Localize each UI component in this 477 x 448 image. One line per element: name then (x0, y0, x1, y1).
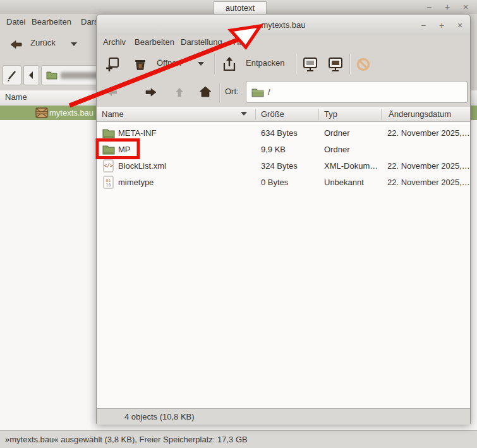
bg-window-controls: − + × (425, 0, 469, 14)
cell-date: 22. November 2025,… (387, 161, 470, 171)
cell-type: Unbekannt (324, 178, 364, 187)
stop-icon (356, 57, 371, 72)
cell-date: 22. November 2025,… (387, 128, 470, 138)
table-row[interactable]: 01 10 mimetype 0 Bytes Unbekannt 22. Nov… (97, 174, 470, 191)
svg-text:10: 10 (106, 183, 111, 188)
column-separator[interactable] (318, 109, 319, 120)
archive-file-list[interactable]: META-INF 634 Bytes Ordner 22. November 2… (97, 122, 470, 408)
location-value: / (268, 87, 270, 97)
back-button[interactable]: Zurück (30, 38, 56, 47)
edit-location-button[interactable] (3, 65, 21, 85)
binary-file-icon: 01 10 (103, 176, 114, 189)
column-name[interactable]: Name (102, 109, 124, 119)
cell-name: mimetype (118, 178, 154, 187)
column-type[interactable]: Typ (324, 109, 337, 119)
archive-window-controls: − + × (420, 18, 464, 32)
table-row[interactable]: </> BlockList.xml 324 Bytes XML-Dokum… 2… (97, 158, 470, 174)
column-date[interactable]: Änderungsdatum (389, 109, 451, 119)
folder-icon (102, 128, 115, 138)
toolbar-separator (214, 54, 215, 75)
archive-titlebar[interactable]: mytexts.bau − + × (97, 15, 470, 35)
archive-menubar: Archiv Bearbeiten Darstellung Hilfe (97, 35, 470, 51)
cell-size: 634 Bytes (261, 128, 298, 138)
archive-toolbar: Öffnen Entpacken (97, 51, 470, 78)
maximize-button[interactable]: + (438, 20, 445, 30)
table-row[interactable]: META-INF 634 Bytes Ordner 22. November 2… (97, 125, 470, 142)
sort-descending-icon[interactable] (241, 112, 247, 116)
nav-forward-icon[interactable] (145, 87, 157, 99)
column-separator[interactable] (255, 109, 256, 120)
nav-back-icon (106, 87, 118, 99)
view-all-files-button[interactable] (301, 56, 319, 75)
toolbar-separator (296, 54, 297, 75)
table-row[interactable]: MP 9,9 KB Ordner (97, 142, 470, 158)
stop-button (356, 57, 371, 74)
archive-status-text: 4 objects (10,8 KB) (124, 412, 195, 421)
archive-title: mytexts.bau (261, 20, 305, 30)
minimize-button[interactable]: − (420, 20, 427, 30)
bg-window-title: autotext (214, 1, 267, 15)
cell-size: 0 Bytes (261, 178, 288, 187)
archive-window: mytexts.bau − + × Archiv Bearbeiten Dars… (96, 14, 471, 424)
xml-file-icon: </> (103, 159, 114, 173)
back-arrow-icon[interactable] (10, 40, 23, 51)
archive-list-header: Name Größe Typ Änderungsdatum (97, 107, 470, 122)
view-as-folder-icon (327, 56, 344, 73)
extract-button[interactable]: Entpacken (246, 58, 284, 68)
delete-icon (133, 56, 149, 73)
cell-size: 9,9 KB (261, 145, 286, 154)
extract-icon (220, 56, 238, 73)
nav-up-icon (174, 87, 185, 100)
menu-hilfe[interactable]: Hilfe (233, 37, 250, 47)
menu-bearbeiten[interactable]: Bearbeiten (32, 17, 71, 27)
pencil-icon (3, 66, 21, 85)
maximize-button[interactable]: + (444, 2, 451, 12)
bg-column-name[interactable]: Name (5, 92, 27, 102)
column-separator[interactable] (381, 109, 382, 120)
cell-name: MP (118, 145, 131, 154)
cell-name: META-INF (118, 128, 156, 138)
toolbar-separator (349, 54, 351, 75)
cell-size: 324 Bytes (261, 161, 298, 171)
svg-text:</>: </> (104, 163, 113, 169)
view-as-folder-button[interactable] (327, 56, 344, 75)
selected-file-name: mytexts.bau (49, 108, 94, 118)
bg-window-title-label: autotext (226, 3, 255, 13)
home-folder-icon (46, 70, 57, 80)
archive-file-icon (35, 107, 49, 119)
bg-status-text: »mytexts.bau« ausgewählt (3,8 KB), Freie… (5, 435, 248, 444)
collapse-path-button[interactable] (23, 65, 39, 85)
menu-darstellung[interactable]: Darstellung (181, 37, 222, 47)
open-dropdown-caret-icon[interactable] (198, 62, 204, 66)
chevron-left-icon (24, 66, 39, 85)
archive-navbar: Ort: / (97, 78, 470, 107)
menu-bearbeiten[interactable]: Bearbeiten (135, 37, 174, 47)
column-size[interactable]: Größe (261, 109, 284, 119)
location-label: Ort: (225, 87, 239, 96)
extract-icon-wrap[interactable] (220, 56, 238, 75)
cell-type: Ordner (324, 145, 349, 154)
location-input[interactable]: / (246, 81, 468, 103)
archive-statusbar: 4 objects (10,8 KB) (97, 408, 470, 425)
menu-datei[interactable]: Datei (6, 17, 25, 27)
cell-type: XML-Dokum… (324, 161, 378, 171)
delete-button[interactable] (133, 56, 149, 75)
cell-name: BlockList.xml (118, 161, 166, 171)
minimize-button[interactable]: − (425, 2, 433, 12)
menu-archiv[interactable]: Archiv (103, 37, 126, 47)
back-history-caret-icon[interactable] (71, 42, 77, 46)
screenshot-root: − + × autotext Datei Bearbeiten Darstell… (0, 0, 477, 448)
view-all-files-icon (301, 56, 319, 73)
folder-icon (102, 144, 115, 155)
close-button[interactable]: × (456, 20, 464, 30)
close-button[interactable]: × (462, 2, 469, 12)
cell-date: 22. November 2025,… (387, 178, 470, 187)
nav-separator (219, 83, 220, 102)
nav-home-icon[interactable] (198, 85, 212, 100)
current-folder-icon (251, 87, 264, 97)
bg-statusbar: »mytexts.bau« ausgewählt (3,8 KB), Freie… (0, 430, 477, 448)
open-button[interactable]: Öffnen (157, 58, 181, 68)
add-files-icon (104, 56, 121, 73)
add-files-button[interactable] (104, 56, 121, 75)
cell-type: Ordner (324, 128, 349, 138)
